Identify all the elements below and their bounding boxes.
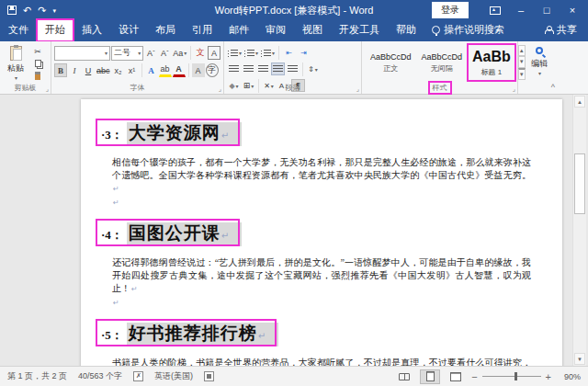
grow-font-button[interactable]: A (144, 46, 157, 60)
undo-icon[interactable]: ↶ (23, 6, 31, 16)
document-page[interactable]: ·3：大学资源网↵ 相信每个辍学的孩子，都有一个大学梦，无关功名利禄，那只是完整… (81, 99, 562, 366)
font-dialog-launcher-icon[interactable]: ⌟ (219, 85, 221, 93)
redo-icon[interactable]: ↷ (38, 6, 46, 16)
bullets-button[interactable]: ▾ (227, 46, 243, 59)
tab-帮助[interactable]: 帮助 (388, 19, 424, 41)
superscript-button[interactable]: x¹ (126, 63, 139, 77)
heading-line[interactable]: ·4：国图公开课↵ (101, 221, 229, 245)
style-item-无间隔[interactable]: AaBbCcDd 无间隔 (418, 45, 467, 80)
scroll-down-icon[interactable]: ▼ (574, 353, 585, 365)
justify-button[interactable] (271, 62, 285, 75)
macro-record-icon[interactable] (204, 371, 214, 381)
heading-title: 大学资源网 (129, 123, 220, 142)
paste-dropdown-icon[interactable]: ▾ (15, 74, 17, 81)
print-layout-button[interactable] (420, 369, 440, 384)
heading-line[interactable]: ·3：大学资源网↵ (101, 121, 229, 145)
align-right-button[interactable] (256, 62, 270, 75)
read-mode-button[interactable] (394, 369, 414, 384)
body-paragraph[interactable]: 相信每个辍学的孩子，都有一个大学梦，无关功名利禄，那只是完整人生必经的旅途，那么… (112, 156, 531, 196)
tab-审阅[interactable]: 审阅 (257, 19, 294, 41)
underline-button[interactable]: U (82, 63, 95, 77)
minimize-button[interactable]: – (509, 2, 533, 18)
tab-引用[interactable]: 引用 (184, 19, 220, 41)
format-painter-button[interactable] (30, 71, 45, 82)
increase-indent-button[interactable]: ⇥ (297, 46, 311, 59)
tab-label: 布局 (155, 24, 175, 35)
tab-开发工具[interactable]: 开发工具 (331, 19, 388, 41)
decrease-indent-button[interactable]: ⇤ (282, 46, 296, 59)
cut-button[interactable]: ✂ (30, 46, 45, 57)
share-button[interactable]: 共享 (534, 19, 588, 41)
style-item-正文[interactable]: AaBbCcDd 正文 (367, 45, 415, 80)
distribute-button[interactable] (286, 62, 300, 75)
phonetic-guide-button[interactable]: 文 (194, 46, 207, 60)
font-name-combobox[interactable]: ▾ (54, 46, 110, 61)
tab-布局[interactable]: 布局 (147, 19, 184, 41)
character-shading-button[interactable]: A (192, 63, 205, 77)
align-left-button[interactable] (227, 62, 241, 75)
tell-me-search[interactable]: 操作说明搜索 (424, 19, 512, 41)
page-indicator[interactable]: 第 1 页，共 2 页 (7, 370, 67, 382)
clipboard-dialog-launcher-icon[interactable]: ⌟ (46, 85, 49, 93)
format-painter-icon (35, 72, 40, 80)
tab-视图[interactable]: 视图 (294, 19, 331, 41)
heading-selection-highlight: 大学资源网↵ (127, 122, 242, 146)
styles-dialog-launcher-icon[interactable]: ⌟ (513, 85, 515, 93)
tab-邮件[interactable]: 邮件 (220, 19, 257, 41)
font-size-dropdown-icon: ▾ (138, 50, 141, 56)
maximize-button[interactable]: □ (535, 2, 559, 18)
heading-line[interactable]: ·5：好书推荐排行榜↵ (101, 322, 266, 346)
scroll-up-icon[interactable]: ▲ (574, 96, 585, 108)
styles-group-label: 样式 (428, 81, 452, 95)
sign-in-button[interactable]: 登录 (432, 2, 469, 18)
strikethrough-button[interactable]: abc (96, 63, 111, 77)
close-button[interactable]: × (560, 2, 584, 18)
body-paragraph[interactable]: 还记得郭德纲曾经说过：“艺人拼到最后，拼的是文化。”一语惊醒梦中人，可能是由于自… (112, 256, 531, 296)
paste-label: 粘贴 (7, 62, 24, 74)
numbering-button[interactable]: ▾ (243, 46, 259, 59)
zoom-slider-thumb[interactable] (514, 372, 517, 380)
save-icon[interactable] (7, 6, 17, 15)
tab-插入[interactable]: 插入 (74, 19, 110, 41)
text-highlight-button[interactable]: ab (159, 63, 172, 77)
paste-button[interactable]: 粘贴 ▾ (3, 44, 28, 82)
justify-icon (273, 65, 283, 74)
editing-button[interactable]: 编辑 ▾ (521, 44, 558, 76)
text-effects-button[interactable]: A (145, 63, 158, 77)
line-spacing-button[interactable]: ⇕▾ (306, 62, 320, 75)
body-paragraph[interactable]: 书籍是人类的阶梯，书籍是全世界的营养品，大家都听腻了，不过却是真理，不过要看什么… (112, 357, 531, 366)
tab-label: 文件 (8, 24, 28, 35)
zoom-in-button[interactable]: + (546, 371, 551, 382)
word-count[interactable]: 40/563 个字 (78, 370, 122, 382)
customize-qat-icon[interactable]: ▾ (52, 7, 56, 14)
heading-number: ·3： (101, 128, 129, 142)
vertical-scrollbar[interactable]: ▲ ▼ (572, 95, 586, 366)
language-indicator[interactable]: 英语(美国) (154, 370, 193, 382)
italic-button[interactable]: I (68, 63, 81, 77)
collapse-ribbon-icon[interactable]: ^ (551, 83, 555, 92)
multilevel-list-button[interactable]: ▾ (260, 46, 276, 59)
zoom-level[interactable]: 90% (557, 372, 581, 381)
align-center-button[interactable] (242, 62, 255, 75)
style-item-标题 1[interactable]: AaBb 标题 1 (469, 45, 514, 80)
font-color-button[interactable]: A (173, 63, 186, 77)
zoom-slider[interactable] (482, 376, 541, 377)
character-border-button[interactable]: A (208, 46, 220, 60)
ribbon-display-options-button[interactable] (483, 2, 507, 18)
subscript-button[interactable]: x₂ (112, 63, 125, 77)
copy-button[interactable] (30, 58, 45, 69)
style-name: 无间隔 (431, 63, 453, 74)
font-size-combobox[interactable]: 二号▾ (111, 46, 143, 61)
bold-button[interactable]: B (54, 63, 67, 77)
zoom-out-button[interactable]: − (471, 371, 477, 382)
shrink-font-button[interactable]: A (158, 46, 171, 60)
tab-设计[interactable]: 设计 (110, 19, 147, 41)
enclose-characters-button[interactable]: 字 (206, 63, 219, 77)
scrollbar-thumb[interactable] (574, 153, 585, 214)
tab-文件[interactable]: 文件 (0, 19, 37, 41)
change-case-button[interactable]: Aa▾ (172, 46, 187, 60)
paragraph-dialog-launcher-icon[interactable]: ⌟ (356, 85, 359, 93)
web-layout-button[interactable] (446, 369, 466, 384)
tab-开始[interactable]: 开始 (37, 19, 74, 41)
proofing-status-icon[interactable] (133, 371, 143, 381)
